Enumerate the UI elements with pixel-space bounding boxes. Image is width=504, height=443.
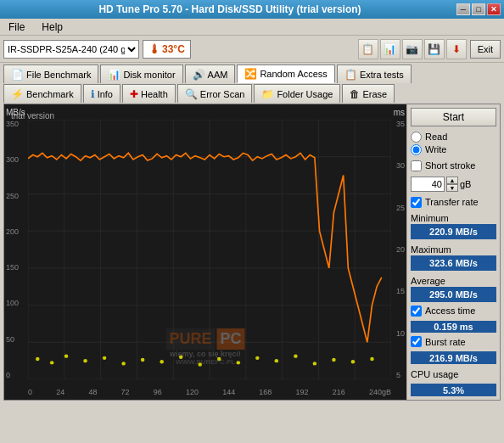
read-radio-item: Read (411, 132, 496, 143)
svg-point-21 (64, 354, 69, 357)
tab-file-benchmark[interactable]: 📄 File Benchmark (3, 64, 98, 83)
read-radio[interactable] (411, 132, 422, 143)
tab-disk-monitor[interactable]: 📊 Disk monitor (100, 64, 182, 83)
maximum-label: Maximum (411, 244, 496, 255)
toolbar-icons: 📋 📊 📷 💾 ⬇ (358, 39, 467, 59)
svg-point-23 (103, 356, 107, 360)
chart-y-label-left: MB/s (6, 108, 25, 117)
minimum-section: Minimum 220.9 MB/s (411, 211, 496, 239)
error-scan-icon: 🔍 (185, 88, 198, 100)
short-stroke-checkbox[interactable] (411, 160, 422, 171)
access-time-checkbox[interactable] (411, 306, 422, 317)
maximize-button[interactable]: □ (472, 3, 485, 15)
tab-benchmark[interactable]: ⚡ Benchmark (3, 84, 81, 103)
minimum-value: 220.9 MB/s (411, 224, 496, 239)
exit-button[interactable]: Exit (470, 40, 501, 59)
burst-rate-item: Burst rate (411, 336, 496, 347)
rw-radio-group: Read Write (411, 130, 496, 157)
erase-icon: 🗑 (350, 88, 360, 100)
spinbox-up-button[interactable]: ▲ (446, 177, 458, 184)
burst-rate-checkbox[interactable] (411, 336, 422, 347)
tab-erase[interactable]: 🗑 Erase (342, 84, 395, 103)
burst-rate-value: 216.9 MB/s (411, 351, 496, 364)
transfer-rate-item: Transfer rate (411, 197, 496, 208)
spinbox-down-button[interactable]: ▼ (446, 184, 458, 192)
main-content: trial version MB/s ms 350 300 250 200 15… (3, 104, 501, 401)
window-controls[interactable]: ─ □ ✕ (456, 3, 501, 15)
transfer-rate-label: Transfer rate (425, 197, 479, 207)
toolbar-icon-2[interactable]: 📊 (380, 39, 400, 59)
close-button[interactable]: ✕ (487, 3, 501, 15)
svg-point-33 (294, 354, 298, 357)
average-label: Average (411, 276, 496, 286)
access-time-item: Access time (411, 306, 496, 317)
minimize-button[interactable]: ─ (456, 3, 470, 15)
burst-rate-label: Burst rate (425, 337, 466, 347)
chart-watermark: PURE PC wiemy, co się kręci! WWW.PUREPC.… (165, 328, 244, 366)
extra-tests-icon: 📋 (344, 69, 357, 81)
start-button[interactable]: Start (411, 108, 496, 126)
tab-health[interactable]: ✚ Health (122, 84, 176, 103)
tab-folder-usage[interactable]: 📁 Folder Usage (254, 84, 340, 103)
tab-random-access[interactable]: 🔀 Random Access (237, 64, 334, 83)
disk-monitor-icon: 📊 (108, 69, 120, 81)
spinbox-input[interactable] (411, 177, 445, 192)
toolbar-icon-3[interactable]: 📷 (402, 39, 423, 59)
tab-row-1: 📄 File Benchmark 📊 Disk monitor 🔊 AAM 🔀 … (3, 64, 501, 83)
info-icon: ℹ (91, 88, 95, 100)
right-panel: Start Read Write Short stroke ▲ ▼ gB (406, 104, 500, 400)
toolbar-icon-4[interactable]: 💾 (424, 39, 445, 59)
tab-aam[interactable]: 🔊 AAM (185, 64, 236, 83)
y-axis-right: 35 30 25 20 15 10 5 (396, 120, 405, 379)
svg-point-20 (50, 361, 54, 364)
access-time-label: Access time (425, 306, 475, 316)
transfer-rate-checkbox[interactable] (411, 197, 422, 208)
title-bar: HD Tune Pro 5.70 - Hard Disk/SSD Utility… (0, 0, 504, 19)
spinbox-unit-label: gB (460, 179, 471, 189)
temperature-value: 33°C (162, 43, 185, 55)
read-label: Read (425, 132, 447, 142)
tab-row-2: ⚡ Benchmark ℹ Info ✚ Health 🔍 Error Scan… (3, 84, 501, 103)
cpu-usage-value: 5.3% (411, 384, 496, 396)
svg-point-34 (313, 362, 317, 365)
maximum-section: Maximum 323.6 MB/s (411, 243, 496, 271)
random-access-icon: 🔀 (244, 68, 257, 80)
menu-help[interactable]: Help (36, 20, 68, 35)
tab-extra-tests[interactable]: 📋 Extra tests (337, 64, 412, 83)
folder-usage-icon: 📁 (261, 88, 274, 100)
temperature-display: 🌡 33°C (143, 40, 191, 59)
tabs-row1: 📄 File Benchmark 📊 Disk monitor 🔊 AAM 🔀 … (0, 63, 504, 103)
toolbar: IR-SSDPR-S25A-240 (240 gB) 🌡 33°C 📋 📊 📷 … (0, 36, 504, 63)
svg-point-24 (121, 362, 126, 365)
benchmark-icon: ⚡ (11, 88, 24, 100)
svg-point-31 (255, 356, 260, 360)
average-section: Average 295.0 MB/s (411, 274, 496, 302)
file-benchmark-icon: 📄 (11, 69, 24, 81)
svg-point-32 (275, 359, 279, 362)
cpu-usage-label: CPU usage (411, 369, 496, 379)
svg-point-22 (83, 359, 87, 362)
tab-info[interactable]: ℹ Info (83, 84, 120, 103)
tab-error-scan[interactable]: 🔍 Error Scan (177, 84, 253, 103)
write-radio[interactable] (411, 144, 422, 155)
toolbar-icon-1[interactable]: 📋 (358, 39, 378, 59)
write-label: Write (425, 144, 446, 154)
y-axis-left: 350 300 250 200 150 100 50 0 (6, 120, 19, 379)
average-value: 295.0 MB/s (411, 287, 496, 302)
toolbar-icon-5[interactable]: ⬇ (446, 39, 467, 59)
svg-point-36 (351, 360, 356, 363)
spinbox-row: ▲ ▼ gB (411, 175, 496, 193)
short-stroke-item: Short stroke (411, 160, 496, 171)
maximum-value: 323.6 MB/s (411, 255, 496, 271)
drive-select[interactable]: IR-SSDPR-S25A-240 (240 gB) (3, 40, 139, 59)
health-icon: ✚ (130, 88, 138, 100)
window-title: HD Tune Pro 5.70 - Hard Disk/SSD Utility… (3, 3, 456, 15)
spinbox-buttons: ▲ ▼ (446, 177, 458, 192)
svg-point-19 (36, 357, 40, 361)
chart-y-label-right: ms (394, 108, 405, 117)
svg-point-26 (160, 360, 164, 363)
access-time-value: 0.159 ms (411, 321, 496, 334)
svg-point-35 (332, 358, 336, 362)
chart-area: trial version MB/s ms 350 300 250 200 15… (4, 104, 406, 400)
menu-file[interactable]: File (3, 20, 30, 35)
